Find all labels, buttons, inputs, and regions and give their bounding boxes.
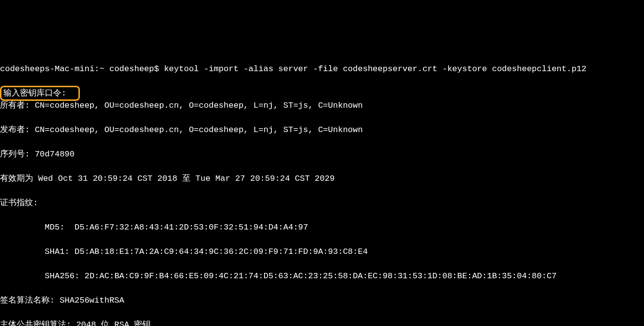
cert-serial: 序列号: 70d74890 xyxy=(0,148,644,160)
fingerprint-sha256: SHA256: 2D:AC:BA:C9:9F:B4:66:E5:09:4C:21… xyxy=(0,270,644,282)
cert-owner: 所有者: CN=codesheep, OU=codesheep.cn, O=co… xyxy=(0,99,644,112)
fingerprint-md5: MD5: D5:A6:F7:32:A8:43:41:2D:53:0F:32:51… xyxy=(0,221,644,233)
password-prompt: 输入密钥库口令: xyxy=(3,89,76,98)
fingerprint-sha1: SHA1: D5:AB:18:E1:7A:2A:C9:64:34:9C:36:2… xyxy=(0,246,644,258)
terminal-output[interactable]: codesheeps-Mac-mini:~ codesheep$ keytool… xyxy=(0,49,644,326)
fingerprint-label: 证书指纹: xyxy=(0,197,644,209)
cert-validity: 有效期为 Wed Oct 31 20:59:24 CST 2018 至 Tue … xyxy=(0,173,644,185)
public-key-algorithm: 主体公共密钥算法: 2048 位 RSA 密钥 xyxy=(0,319,644,326)
command-line: codesheeps-Mac-mini:~ codesheep$ keytool… xyxy=(0,63,644,75)
signature-algorithm: 签名算法名称: SHA256withRSA xyxy=(0,294,644,307)
cert-issuer: 发布者: CN=codesheep, OU=codesheep.cn, O=co… xyxy=(0,124,644,136)
password-prompt-highlight: 输入密钥库口令: xyxy=(0,86,80,101)
